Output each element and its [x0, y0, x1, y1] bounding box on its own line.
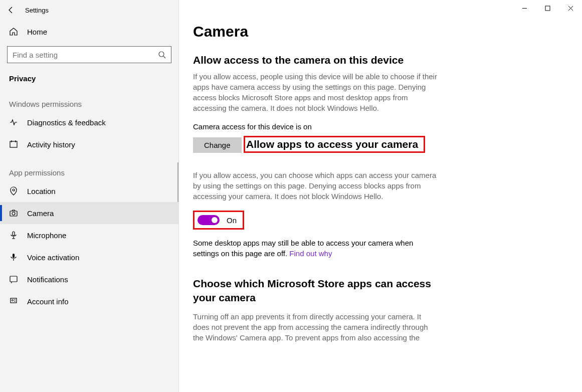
svg-rect-6	[13, 254, 15, 258]
annotation-highlight-heading: Allow apps to access your camera	[244, 136, 425, 153]
section1-heading: Allow access to the camera on this devic…	[193, 54, 562, 66]
search-input[interactable]	[13, 51, 158, 59]
notifications-icon	[9, 275, 18, 284]
sidebar-home[interactable]: Home	[0, 20, 178, 41]
sidebar-item-label: Voice activation	[27, 253, 79, 262]
sidebar-scroll[interactable]: Home Privacy Windows permissions Diagnos…	[0, 20, 178, 392]
camera-icon	[9, 209, 18, 218]
sidebar-item-location[interactable]: Location	[0, 180, 178, 202]
sidebar-item-account[interactable]: Account info	[0, 290, 178, 312]
sidebar-section-privacy: Privacy	[0, 63, 178, 87]
find-out-why-link[interactable]: Find out why	[289, 249, 332, 258]
sidebar-item-diagnostics[interactable]: Diagnostics & feedback	[0, 111, 178, 133]
svg-rect-5	[13, 232, 15, 236]
annotation-highlight-toggle: On	[193, 211, 244, 230]
section2-heading: Allow apps to access your camera	[246, 138, 418, 150]
svg-rect-10	[545, 6, 550, 11]
window-title: Settings	[25, 7, 49, 14]
home-label: Home	[27, 28, 47, 36]
svg-point-2	[13, 189, 15, 191]
svg-rect-8	[11, 298, 17, 303]
section3-heading: Choose which Microsoft Store apps can ac…	[193, 277, 444, 305]
account-icon	[9, 297, 18, 306]
page-title: Camera	[193, 23, 562, 40]
sidebar-item-label: Notifications	[27, 275, 68, 284]
minimize-button[interactable]	[513, 0, 536, 16]
section2-desc: If you allow access, you can choose whic…	[193, 170, 439, 202]
svg-rect-7	[10, 276, 17, 282]
sidebar-item-label: Activity history	[27, 140, 75, 149]
section3-desc: Turning off an app prevents it from dire…	[193, 311, 439, 343]
sidebar-item-camera[interactable]: Camera	[0, 202, 178, 224]
sidebar-item-activity[interactable]: Activity history	[0, 133, 178, 155]
sidebar-item-label: Account info	[27, 297, 69, 306]
change-button[interactable]: Change	[193, 137, 242, 153]
search-icon	[158, 51, 166, 59]
toggle-knob	[212, 217, 218, 223]
activity-icon	[9, 140, 18, 149]
allow-apps-toggle[interactable]	[198, 215, 220, 225]
section1-desc: If you allow access, people using this d…	[193, 71, 439, 113]
sidebar-item-label: Microphone	[27, 231, 66, 240]
sidebar: Settings Home Privacy Windows permission…	[0, 0, 179, 392]
sidebar-item-notifications[interactable]: Notifications	[0, 268, 178, 290]
svg-rect-1	[10, 141, 17, 147]
back-button[interactable]	[6, 5, 16, 15]
main-content: Camera Allow access to the camera on thi…	[179, 0, 582, 392]
svg-point-0	[159, 52, 164, 57]
sidebar-item-label: Camera	[27, 209, 54, 218]
close-button[interactable]	[559, 0, 582, 16]
window-controls	[513, 0, 582, 16]
sidebar-item-microphone[interactable]: Microphone	[0, 224, 178, 246]
section2-note: Some desktop apps may still be able to a…	[193, 238, 429, 259]
sidebar-item-label: Diagnostics & feedback	[27, 118, 106, 127]
group-windows-permissions: Windows permissions	[0, 87, 178, 111]
svg-point-9	[12, 300, 14, 301]
microphone-icon	[9, 231, 18, 240]
camera-access-status: Camera access for this device is on	[193, 122, 562, 131]
location-icon	[9, 186, 18, 195]
home-icon	[9, 27, 18, 36]
svg-point-4	[12, 212, 15, 215]
sidebar-item-label: Location	[27, 187, 56, 195]
sidebar-item-voice[interactable]: Voice activation	[0, 246, 178, 268]
diagnostics-icon	[9, 118, 18, 127]
group-app-permissions: App permissions	[0, 155, 178, 180]
titlebar: Settings	[0, 0, 178, 20]
voice-icon	[9, 253, 18, 262]
maximize-button[interactable]	[536, 0, 559, 16]
toggle-state-label: On	[227, 216, 237, 225]
search-box[interactable]	[7, 46, 171, 63]
